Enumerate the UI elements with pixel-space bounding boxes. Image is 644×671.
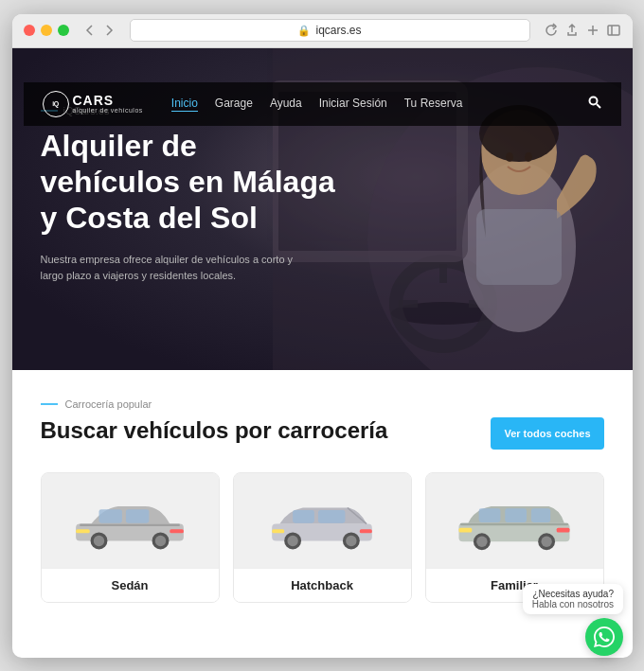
logo-area: iQ CARS alquiler de vehículos [43,91,143,117]
page-content: iQ CARS alquiler de vehículos Inicio Gar… [12,48,633,658]
back-icon[interactable] [82,23,98,38]
sidebar-icon[interactable] [606,23,621,38]
svg-point-48 [541,537,551,547]
svg-rect-50 [557,528,570,533]
chat-widget: ¿Necesitas ayuda? Habla con nosotros [523,584,623,656]
logo-sub-text: alquiler de vehículos [73,107,143,114]
familiar-image [426,473,603,568]
reload-icon[interactable] [544,23,559,38]
svg-rect-22 [99,509,122,523]
nav-garage[interactable]: Garage [215,97,253,112]
search-icon [587,95,602,110]
nav-search[interactable] [587,95,602,114]
svg-rect-51 [460,523,568,525]
svg-rect-28 [76,529,90,533]
address-bar[interactable]: 🔒 iqcars.es [130,19,530,42]
browser-actions [544,23,621,38]
chat-line1: ¿Necesitas ayuda? [532,589,614,599]
hero-description: Nuestra empresa ofrece alquiler de vehíc… [41,252,306,285]
lock-icon: 🔒 [297,25,311,37]
hero-content: iQCars.es Alquiler de vehículos en Málag… [41,105,344,285]
hatchback-image [234,473,411,568]
nav-inicio[interactable]: Inicio [171,97,198,112]
logo-main-text: CARS [73,94,143,107]
navbar: iQ CARS alquiler de vehículos Inicio Gar… [24,82,621,126]
svg-rect-29 [170,529,184,533]
section-label-line [41,403,58,405]
svg-point-25 [94,536,104,546]
svg-point-27 [155,536,166,546]
share-icon[interactable] [564,23,580,38]
logo-text: CARS alquiler de vehículos [73,94,143,114]
svg-rect-42 [479,508,501,522]
whatsapp-icon [594,627,615,647]
forward-icon[interactable] [101,23,116,38]
maximize-button[interactable] [58,25,69,36]
nav-ayuda[interactable]: Ayuda [270,97,302,112]
hatchback-car-svg [260,485,384,556]
familiar-car-svg [453,485,576,556]
url-text: iqcars.es [315,24,361,37]
section-label: Carrocería popular [41,398,604,410]
section-label-text: Carrocería popular [65,398,152,410]
svg-rect-33 [318,510,345,523]
chat-bubble: ¿Necesitas ayuda? Habla con nosotros [523,584,623,614]
hatchback-card[interactable]: Hatchback [233,472,412,603]
svg-rect-32 [293,510,314,523]
chat-button[interactable] [585,618,623,656]
nav-links: Inicio Garage Ayuda Iniciar Sesión Tu Re… [171,97,587,112]
add-tab-icon[interactable] [585,23,600,38]
browser-window: 🔒 iqcars.es iQ CARS alquiler de vehículo… [12,14,633,658]
car-cards: Sedán [41,472,604,603]
section-header: Buscar vehículos por carrocería Ver todo… [41,417,604,450]
nav-reserva[interactable]: Tu Reserva [404,97,463,112]
traffic-lights [24,25,69,36]
svg-rect-2 [608,26,619,35]
browser-controls [82,23,116,38]
svg-rect-39 [360,529,372,533]
browser-titlebar: 🔒 iqcars.es [12,14,633,48]
svg-rect-23 [126,509,149,523]
svg-line-5 [597,104,600,108]
sedan-card[interactable]: Sedán [41,472,220,603]
hero-title: Alquiler de vehículos en Málaga y Costa … [41,128,344,237]
svg-rect-49 [459,528,473,533]
close-button[interactable] [24,25,35,36]
sedan-car-svg [68,485,191,556]
logo-icon: iQ [43,91,69,117]
chat-line2: Habla con nosotros [532,599,614,609]
svg-rect-44 [531,508,550,522]
section-title: Buscar vehículos por carrocería [41,417,388,445]
familiar-card[interactable]: Familiar [425,472,604,603]
svg-rect-38 [272,529,284,533]
svg-point-37 [346,536,356,546]
hero-wrapper: iQ CARS alquiler de vehículos Inicio Gar… [12,48,633,631]
sedan-label: Sedán [42,568,219,602]
minimize-button[interactable] [41,25,52,36]
svg-point-17 [525,152,532,162]
svg-rect-43 [505,508,527,522]
sedan-image [42,473,219,568]
ver-todos-button[interactable]: Ver todos coches [491,417,603,450]
logo-icon-text: iQ [52,100,58,107]
svg-point-16 [506,152,513,162]
svg-point-4 [589,97,597,104]
svg-rect-18 [476,209,562,285]
svg-point-35 [287,536,297,546]
svg-point-46 [476,537,487,547]
nav-login[interactable]: Iniciar Sesión [319,97,387,112]
svg-rect-30 [80,524,180,526]
hatchback-label: Hatchback [234,568,411,602]
